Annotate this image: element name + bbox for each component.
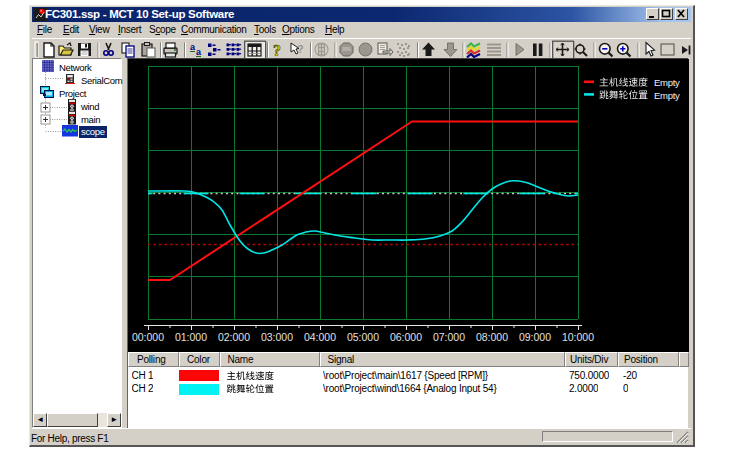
- svg-text:02:000: 02:000: [218, 331, 250, 343]
- svg-text:a: a: [196, 47, 202, 57]
- svg-text:01:000: 01:000: [175, 331, 207, 343]
- svg-text:00:000: 00:000: [132, 331, 164, 343]
- svg-text:?: ?: [297, 43, 304, 55]
- svg-text:04:000: 04:000: [304, 331, 336, 343]
- svg-text:05:000: 05:000: [347, 331, 379, 343]
- svg-text:Empty: Empty: [654, 77, 680, 88]
- svg-text:07:000: 07:000: [433, 331, 465, 343]
- svg-text:03:000: 03:000: [261, 331, 293, 343]
- svg-text:10:000: 10:000: [562, 331, 594, 343]
- svg-text:06:000: 06:000: [390, 331, 422, 343]
- svg-text:Empty: Empty: [654, 90, 680, 101]
- svg-text:?: ?: [273, 42, 281, 59]
- svg-text:09:000: 09:000: [519, 331, 551, 343]
- svg-text:08:000: 08:000: [476, 331, 508, 343]
